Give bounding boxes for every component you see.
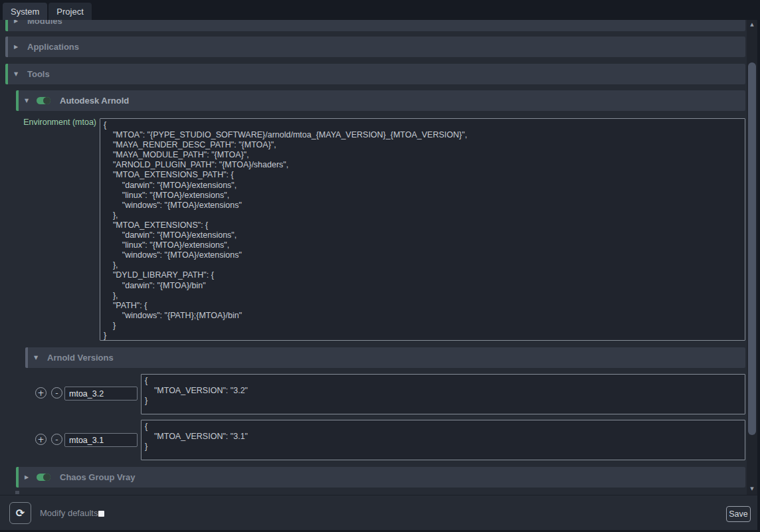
section-label-arnold-versions: Arnold Versions	[47, 353, 114, 363]
add-version-button[interactable]: +	[35, 434, 47, 445]
section-header-chaos-group-vray[interactable]: ▶ Chaos Group Vray	[16, 467, 745, 488]
toggle-knob-icon	[43, 97, 50, 104]
chevron-right-icon: ▶	[25, 474, 34, 480]
refresh-icon: ⟳	[16, 507, 25, 519]
version-environment-editor[interactable]: { "MTOA_VERSION": "3.2" }	[141, 374, 745, 414]
modify-defaults-checkbox[interactable]	[98, 511, 104, 517]
section-header-modules[interactable]: ▶ Modules	[5, 20, 745, 31]
settings-scroll-area: ▶ Modules ▶ Applications ▼ Tools ▼ Autod…	[0, 20, 747, 495]
clipped-row-sliver	[15, 491, 19, 494]
refresh-button[interactable]: ⟳	[9, 502, 31, 524]
version-environment-editor[interactable]: { "MTOA_VERSION": "3.1" }	[141, 420, 745, 460]
section-header-applications[interactable]: ▶ Applications	[5, 37, 745, 57]
add-version-button[interactable]: +	[35, 387, 47, 399]
version-key-input[interactable]	[64, 433, 138, 447]
scroll-up-icon[interactable]: ▲	[747, 20, 757, 29]
section-header-arnold-versions[interactable]: ▼ Arnold Versions	[25, 347, 745, 368]
remove-version-button[interactable]: -	[51, 387, 62, 399]
section-header-tools[interactable]: ▼ Tools	[5, 64, 745, 84]
chevron-down-icon: ▼	[34, 355, 43, 361]
tab-bar: System Project	[0, 0, 760, 20]
tab-project[interactable]: Project	[48, 3, 91, 20]
section-label-applications: Applications	[27, 42, 79, 52]
section-label-autodesk-arnold: Autodesk Arnold	[60, 96, 129, 106]
chevron-right-icon: ▶	[14, 20, 23, 24]
scrollbar-thumb[interactable]	[748, 62, 756, 435]
chevron-down-icon: ▼	[25, 98, 34, 104]
modify-defaults-label: Modify defaults	[40, 495, 98, 531]
environment-mtoa-label: Environment (mtoa)	[13, 118, 96, 127]
vertical-scrollbar[interactable]: ▲ ▼	[747, 20, 757, 495]
toggle-knob-icon	[43, 474, 50, 481]
section-label-tools: Tools	[27, 69, 50, 79]
arnold-environment-editor[interactable]: { "MTOA": "{PYPE_STUDIO_SOFTWARE}/arnold…	[100, 118, 745, 341]
chevron-down-icon: ▼	[14, 71, 23, 77]
section-header-autodesk-arnold[interactable]: ▼ Autodesk Arnold	[16, 90, 745, 111]
section-label-modules: Modules	[27, 20, 62, 26]
version-key-input[interactable]	[64, 387, 138, 400]
save-button[interactable]: Save	[726, 506, 751, 522]
scroll-down-icon[interactable]: ▼	[747, 484, 757, 493]
vray-enabled-toggle[interactable]	[37, 474, 50, 481]
arnold-enabled-toggle[interactable]	[37, 97, 50, 104]
footer-bar: ⟳ Modify defaults Save	[0, 495, 757, 530]
tab-system[interactable]: System	[3, 3, 47, 20]
chevron-right-icon: ▶	[14, 44, 23, 50]
remove-version-button[interactable]: -	[51, 434, 62, 445]
section-label-chaos-group-vray: Chaos Group Vray	[60, 472, 135, 482]
